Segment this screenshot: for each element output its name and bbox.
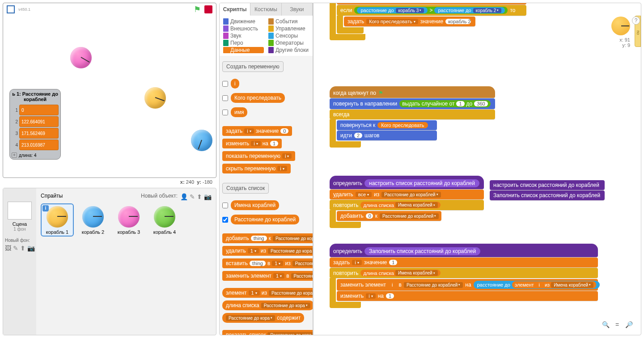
list-row: 2122.664091	[12, 116, 59, 127]
upload-backdrop-icon[interactable]: ⬆	[20, 245, 25, 252]
list-monitor-title: ь 1: Расстояние до кораблей	[10, 89, 60, 104]
block-set-var[interactable]: задатьiзначение0	[222, 126, 292, 136]
sprite-tile-2[interactable]: корабль 2	[76, 203, 110, 237]
sprite-tile-label: корабль 4	[150, 229, 179, 235]
cat-looks[interactable]: Внешность	[223, 25, 264, 32]
block-if[interactable]: если расстояние докорабль 3>расстояние д…	[337, 5, 526, 16]
sprites-panel: Сцена 1 фон Новый фон: 🖼 ✎ ⬆ 📷 Спрайты Н…	[3, 188, 216, 335]
new-sprite-label: Новый объект:	[141, 193, 178, 199]
block-hide-var[interactable]: скрыть переменнуюi	[222, 164, 291, 173]
cat-control[interactable]: Управление	[268, 25, 309, 32]
green-flag-icon[interactable]: ⚑	[194, 4, 201, 14]
list-add-icon[interactable]: +	[12, 152, 17, 158]
help-icon[interactable]: ?	[632, 17, 640, 25]
tab-costumes[interactable]: Костюмы	[250, 3, 281, 16]
block-repeat-1[interactable]: повторитьдлина спискаИмена кораблей	[330, 200, 484, 210]
zoom-reset-icon[interactable]: =	[613, 320, 622, 329]
block-delete-all[interactable]: удалитьвсеизРасстояние до кораблей	[330, 190, 484, 199]
block-point-dir[interactable]: повернуть в направлениивыдать случайное …	[330, 98, 495, 109]
block-set-who-ship2[interactable]: задатьКого преследоватьзначениекорабль 2	[344, 17, 475, 26]
sprite-tile-label: корабль 3	[114, 229, 144, 235]
sprite-tile-3[interactable]: корабль 3	[112, 203, 145, 237]
sprite-thumb-icon	[118, 206, 140, 228]
block-length[interactable]: длина спискаРасстояние до кора	[222, 300, 313, 310]
block-add-zero[interactable]: добавить0кРасстояние до кораблей	[337, 211, 441, 221]
sprite-info-icon[interactable]: i	[42, 205, 49, 211]
sprite-thumb-icon	[154, 206, 175, 228]
sprite-ship2[interactable]	[191, 130, 212, 151]
var-who-checkbox[interactable]	[222, 95, 228, 101]
paint-backdrop-icon[interactable]: ✎	[13, 245, 18, 252]
stop-icon[interactable]	[204, 5, 212, 13]
block-when-flag[interactable]: когда щелкнут по⚑	[330, 86, 495, 98]
version-label: v450.1	[18, 7, 30, 12]
block-item[interactable]: элемент1изРасстояние до кора	[222, 288, 313, 298]
var-name-checkbox[interactable]	[222, 110, 228, 115]
cat-motion[interactable]: Движение	[223, 18, 264, 25]
block-replace-item[interactable]: заменить элементiвРасстояние до кораблей…	[337, 279, 598, 291]
var-name[interactable]: имя	[231, 107, 247, 117]
cat-pen[interactable]: Перо	[223, 40, 264, 46]
list-dist[interactable]: Расстояние до кораблей	[231, 215, 299, 224]
sprite-ship3[interactable]	[70, 47, 92, 68]
cat-operators[interactable]: Операторы	[268, 40, 309, 46]
upload-sprite-icon[interactable]: ⬆	[197, 193, 202, 200]
choose-sprite-icon[interactable]: 👤	[180, 193, 188, 200]
block-add[interactable]: добавитьthingкРасстояние до кора	[222, 233, 313, 243]
sprite-preview: x: 91 y: 9	[611, 17, 630, 48]
list-names[interactable]: Имена кораблей	[231, 200, 279, 210]
sprite-ship1[interactable]	[144, 87, 166, 109]
list-monitor[interactable]: ь 1: Расстояние до кораблей 10 2122.6640…	[9, 89, 61, 160]
sprite-tile-label: корабль 2	[78, 229, 108, 235]
paint-sprite-icon[interactable]: ✎	[190, 193, 195, 200]
block-forever[interactable]: всегда	[330, 110, 495, 119]
block-point-towards[interactable]: повернуться кКого преследовать	[337, 120, 437, 130]
stage-panel: v450.1 ⚑ ь 1: Расстояние до кораблей 10 …	[3, 3, 216, 178]
palette-body: Создать переменную i Кого преследовать и…	[220, 56, 313, 335]
cat-sensing[interactable]: Сенсоры	[268, 33, 309, 39]
block-show-var[interactable]: показать переменнуюi	[222, 151, 295, 161]
list-names-checkbox[interactable]	[222, 203, 228, 208]
block-move-steps[interactable]: идти2шагов	[337, 131, 437, 140]
block-define-setup[interactable]: определитьнастроить список расстояний до…	[330, 176, 484, 189]
block-delete[interactable]: удалить1изРасстояние до кора	[222, 246, 313, 256]
cat-events[interactable]: События	[268, 18, 309, 25]
script-canvas[interactable]: по ? задатьКого преследоватьзначениекора…	[313, 3, 641, 335]
list-row: 3171.562469	[12, 128, 59, 139]
list-dist-checkbox[interactable]	[222, 217, 228, 223]
block-show-list[interactable]: показать списокРасстояние до кора	[222, 330, 313, 335]
block-define-fill[interactable]: определитьЗаполнить список расстояний до…	[330, 244, 598, 257]
make-variable-button[interactable]: Создать переменную	[222, 61, 284, 72]
block-change-var[interactable]: изменитьiна1	[222, 139, 282, 148]
var-i-checkbox[interactable]	[222, 81, 228, 87]
block-repeat-2[interactable]: повторитьдлина спискаИмена кораблей	[330, 268, 598, 278]
zoom-in-icon[interactable]: 🔎	[624, 320, 633, 329]
block-call-setup[interactable]: настроить список расстояний до кораблей	[490, 180, 605, 190]
make-list-button[interactable]: Создать список	[222, 183, 269, 194]
camera-backdrop-icon[interactable]: 📷	[27, 245, 35, 252]
sprite-tile-1[interactable]: iкорабль 1	[41, 203, 74, 237]
block-set-i[interactable]: задатьiзначение1	[330, 258, 598, 267]
cat-more[interactable]: Другие блоки	[268, 47, 309, 53]
tab-sounds[interactable]: Звуки	[282, 3, 313, 16]
block-contains[interactable]: Расстояние до корасодержит	[222, 313, 304, 323]
block-call-fill[interactable]: Заполнить список расстояний до кораблей	[490, 190, 605, 200]
cat-data[interactable]: Данные	[223, 47, 264, 53]
zoom-out-icon[interactable]: 🔍	[601, 320, 610, 329]
cat-sound[interactable]: Звук	[223, 33, 264, 39]
sprite-tile-4[interactable]: корабль 4	[148, 203, 181, 237]
tab-scripts[interactable]: Скрипты	[220, 3, 250, 16]
var-who[interactable]: Кого преследовать	[231, 93, 285, 103]
block-set-who-ship3[interactable]: задатьКого преследоватьзначениекорабль 3	[337, 3, 526, 4]
var-i[interactable]: i	[231, 79, 239, 89]
block-insert[interactable]: вставитьthingв1изРасстояние до кора	[222, 258, 313, 268]
fullscreen-icon[interactable]	[7, 5, 15, 13]
list-row: 10	[12, 105, 59, 115]
block-replace[interactable]: заменить элемент1вРасстояние до кора	[222, 271, 313, 281]
camera-sprite-icon[interactable]: 📷	[204, 193, 212, 200]
choose-backdrop-icon[interactable]: 🖼	[5, 245, 11, 252]
blocks-palette: Скрипты Костюмы Звуки Движение События В…	[219, 3, 313, 335]
scene-thumbnail[interactable]	[8, 202, 32, 220]
block-change-i[interactable]: изменитьiна1	[337, 291, 598, 301]
stage-canvas[interactable]: ь 1: Расстояние до кораблей 10 2122.6640…	[3, 16, 216, 169]
